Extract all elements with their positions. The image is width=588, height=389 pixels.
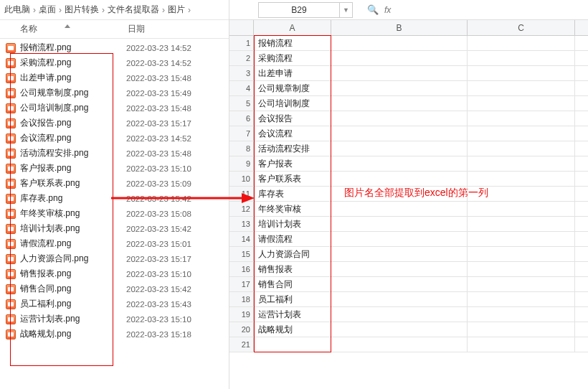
file-row[interactable]: 销售合同.png2022-03-23 15:42 bbox=[0, 281, 229, 296]
cell[interactable] bbox=[331, 217, 468, 231]
file-row[interactable]: 采购流程.png2022-03-23 14:52 bbox=[0, 55, 229, 70]
cell[interactable] bbox=[331, 232, 468, 246]
cell[interactable] bbox=[468, 217, 575, 231]
cell[interactable] bbox=[468, 66, 575, 80]
row-header[interactable]: 1 bbox=[229, 36, 254, 50]
cell[interactable] bbox=[468, 156, 575, 171]
cell[interactable] bbox=[331, 322, 468, 337]
file-row[interactable]: 员工福利.png2022-03-23 15:43 bbox=[0, 296, 229, 311]
row-header[interactable]: 6 bbox=[229, 111, 254, 126]
cell[interactable]: 公司培训制度 bbox=[254, 96, 331, 111]
cell[interactable] bbox=[331, 292, 468, 306]
cell[interactable] bbox=[331, 262, 468, 276]
cell[interactable] bbox=[331, 111, 468, 126]
fx-label[interactable]: fx bbox=[384, 5, 391, 15]
row-header[interactable]: 4 bbox=[229, 81, 254, 95]
cell[interactable] bbox=[468, 81, 575, 95]
row-header[interactable]: 16 bbox=[229, 262, 254, 276]
cell[interactable] bbox=[468, 247, 575, 261]
cell[interactable]: 战略规划 bbox=[254, 322, 331, 337]
row-header[interactable]: 20 bbox=[229, 322, 254, 337]
file-row[interactable]: 公司培训制度.png2022-03-23 15:48 bbox=[0, 100, 229, 116]
cell[interactable]: 年终奖审核 bbox=[254, 202, 331, 216]
row-header[interactable]: 9 bbox=[229, 156, 254, 171]
file-row[interactable]: 人力资源合同.png2022-03-23 15:17 bbox=[0, 251, 229, 266]
row-header[interactable]: 3 bbox=[229, 66, 254, 80]
file-row[interactable]: 出差申请.png2022-03-23 15:48 bbox=[0, 70, 229, 85]
row-header[interactable]: 19 bbox=[229, 307, 254, 322]
row-header[interactable]: 12 bbox=[229, 202, 254, 216]
cell[interactable] bbox=[331, 277, 468, 291]
cell[interactable] bbox=[468, 126, 575, 141]
column-header-date[interactable]: 日期 bbox=[122, 23, 229, 35]
cell[interactable] bbox=[468, 322, 575, 337]
cell[interactable] bbox=[468, 202, 575, 216]
select-all-corner[interactable] bbox=[229, 20, 254, 35]
row-header[interactable]: 18 bbox=[229, 292, 254, 306]
column-header-A[interactable]: A bbox=[254, 20, 331, 35]
breadcrumb-segment[interactable]: 文件名提取器 bbox=[108, 4, 159, 16]
breadcrumb[interactable]: 此电脑›桌面›图片转换›文件名提取器›图片› bbox=[0, 0, 229, 20]
cell[interactable]: 库存表 bbox=[254, 187, 331, 201]
file-row[interactable]: 库存表.png2022-03-23 15:42 bbox=[0, 191, 229, 206]
file-row[interactable]: 会议报告.png2022-03-23 15:17 bbox=[0, 116, 229, 131]
column-header-name[interactable]: 名称 bbox=[0, 23, 122, 35]
row-header[interactable]: 17 bbox=[229, 277, 254, 291]
cell[interactable] bbox=[468, 232, 575, 246]
cell[interactable] bbox=[331, 51, 468, 65]
file-row[interactable]: 客户报表.png2022-03-23 15:10 bbox=[0, 161, 229, 176]
cell[interactable]: 人力资源合同 bbox=[254, 247, 331, 261]
row-header[interactable]: 14 bbox=[229, 232, 254, 246]
cell-reference-dropdown[interactable]: ▼ bbox=[340, 2, 353, 18]
cell[interactable]: 客户联系表 bbox=[254, 172, 331, 186]
cell[interactable] bbox=[468, 36, 575, 50]
cell[interactable]: 员工福利 bbox=[254, 292, 331, 306]
file-row[interactable]: 公司规章制度.png2022-03-23 15:49 bbox=[0, 85, 229, 100]
cell[interactable] bbox=[468, 337, 575, 352]
breadcrumb-segment[interactable]: 此电脑 bbox=[4, 4, 30, 16]
cell[interactable] bbox=[468, 277, 575, 291]
cell-reference-input[interactable]: B29 bbox=[258, 2, 340, 18]
row-header[interactable]: 21 bbox=[229, 337, 254, 352]
file-row[interactable]: 会议流程.png2022-03-23 14:52 bbox=[0, 131, 229, 146]
breadcrumb-segment[interactable]: 桌面 bbox=[39, 4, 56, 16]
cell[interactable] bbox=[468, 292, 575, 306]
cell[interactable]: 销售报表 bbox=[254, 262, 331, 276]
cell[interactable] bbox=[468, 172, 575, 186]
cell[interactable]: 销售合同 bbox=[254, 277, 331, 291]
cell[interactable] bbox=[331, 337, 468, 352]
cell[interactable] bbox=[331, 202, 468, 216]
file-row[interactable]: 培训计划表.png2022-03-23 15:42 bbox=[0, 221, 229, 236]
cell[interactable] bbox=[254, 337, 331, 352]
cell[interactable]: 报销流程 bbox=[254, 36, 331, 50]
cell[interactable]: 采购流程 bbox=[254, 51, 331, 65]
cell[interactable]: 会议流程 bbox=[254, 126, 331, 141]
search-icon[interactable]: 🔍 bbox=[367, 4, 379, 15]
file-row[interactable]: 运营计划表.png2022-03-23 15:10 bbox=[0, 311, 229, 327]
cell[interactable] bbox=[468, 262, 575, 276]
cell[interactable] bbox=[468, 51, 575, 65]
column-header-C[interactable]: C bbox=[468, 20, 575, 35]
cell[interactable] bbox=[331, 156, 468, 171]
row-header[interactable]: 7 bbox=[229, 126, 254, 141]
cell[interactable] bbox=[331, 307, 468, 322]
file-row[interactable]: 请假流程.png2022-03-23 15:01 bbox=[0, 236, 229, 251]
cell[interactable] bbox=[331, 81, 468, 95]
cell[interactable] bbox=[468, 96, 575, 111]
cell[interactable] bbox=[331, 66, 468, 80]
file-row[interactable]: 活动流程安排.png2022-03-23 15:48 bbox=[0, 146, 229, 161]
column-header-B[interactable]: B bbox=[331, 20, 468, 35]
cell[interactable] bbox=[331, 96, 468, 111]
row-header[interactable]: 8 bbox=[229, 141, 254, 156]
cell[interactable] bbox=[331, 141, 468, 156]
file-row[interactable]: 报销流程.png2022-03-23 14:52 bbox=[0, 40, 229, 55]
cell[interactable]: 会议报告 bbox=[254, 111, 331, 126]
cell[interactable]: 活动流程安排 bbox=[254, 141, 331, 156]
cell[interactable] bbox=[331, 36, 468, 50]
breadcrumb-segment[interactable]: 图片转换 bbox=[65, 4, 99, 16]
cell[interactable] bbox=[468, 141, 575, 156]
file-row[interactable]: 战略规划.png2022-03-23 15:18 bbox=[0, 327, 229, 342]
cell[interactable]: 出差申请 bbox=[254, 66, 331, 80]
file-row[interactable]: 年终奖审核.png2022-03-23 15:08 bbox=[0, 206, 229, 221]
cell[interactable] bbox=[331, 172, 468, 186]
